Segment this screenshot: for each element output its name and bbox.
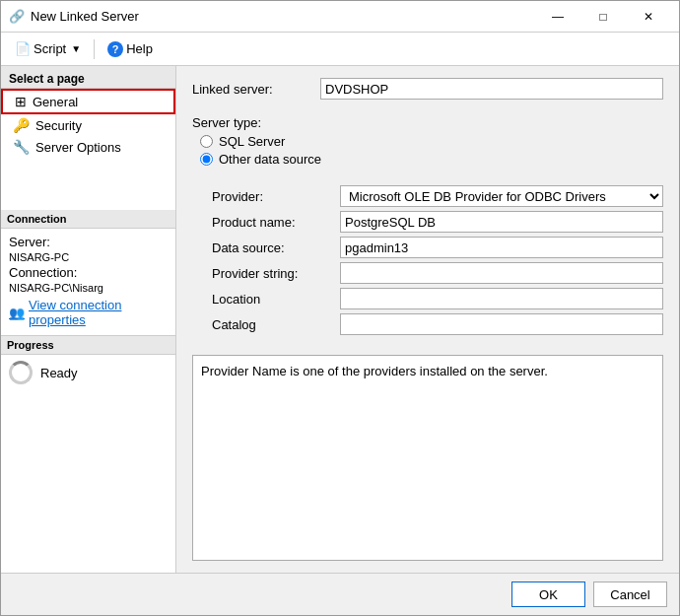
product-name-row: Product name: [212,211,663,233]
close-button[interactable]: ✕ [626,1,671,33]
window-icon: 🔗 [9,9,25,25]
server-type-section: Server type: SQL Server Other data sourc… [192,115,663,170]
progress-title: Progress [1,336,175,355]
connection-icon: 👥 [9,306,25,320]
info-text: Provider Name is one of the providers in… [201,364,548,378]
product-name-input[interactable] [340,211,663,233]
server-type-label: Server type: [192,115,663,130]
location-input[interactable] [340,288,663,309]
catalog-label: Catalog [212,317,340,332]
toolbar: 📄 Script ▼ ? Help [1,33,679,66]
provider-string-input[interactable] [340,262,663,284]
location-label: Location [212,292,340,307]
provider-row: Provider: Microsoft OLE DB Provider for … [212,185,663,207]
provider-select[interactable]: Microsoft OLE DB Provider for ODBC Drive… [340,185,663,207]
catalog-row: Catalog [212,313,663,335]
cancel-button[interactable]: Cancel [593,582,667,607]
general-icon: ⊞ [15,94,27,109]
data-source-input[interactable] [340,237,663,258]
linked-server-input[interactable] [320,78,663,100]
sidebar-item-server-options-label: Server Options [35,140,121,155]
connection-section-title: Connection [1,210,175,229]
provider-string-row: Provider string: [212,262,663,284]
provider-label: Provider: [212,189,340,204]
other-source-label: Other data source [219,152,321,167]
progress-section: Progress Ready [1,335,175,392]
content-area: Select a page ⊞ General 🔑 Security 🔧 Ser… [1,66,679,573]
new-linked-server-window: 🔗 New Linked Server — □ ✕ 📄 Script ▼ ? H… [0,0,680,616]
other-source-radio-row: Other data source [200,152,663,167]
provider-string-label: Provider string: [212,266,340,281]
window-title: New Linked Server [31,9,529,24]
script-icon: 📄 [15,41,31,56]
connection-value: NISARG-PC\Nisarg [9,282,168,294]
minimize-button[interactable]: — [535,1,580,33]
progress-spinner [9,361,33,384]
progress-row: Ready [9,361,168,384]
sql-server-label: SQL Server [219,134,285,149]
title-bar: 🔗 New Linked Server — □ ✕ [1,1,679,33]
view-connection-properties-link[interactable]: 👥 View connection properties [9,298,168,327]
sidebar-item-general-label: General [33,95,78,109]
server-options-icon: 🔧 [13,139,30,155]
other-source-radio[interactable] [200,153,213,166]
progress-status: Ready [40,366,78,380]
help-icon: ? [107,41,123,57]
sidebar: Select a page ⊞ General 🔑 Security 🔧 Ser… [1,66,176,573]
provider-section: Provider: Microsoft OLE DB Provider for … [212,185,663,339]
sql-server-radio[interactable] [200,135,213,148]
sql-server-radio-row: SQL Server [200,134,663,149]
script-dropdown-arrow: ▼ [71,43,81,54]
sidebar-item-security[interactable]: 🔑 Security [1,114,175,136]
title-bar-controls: — □ ✕ [535,1,671,33]
select-page-label: Select a page [1,66,175,89]
location-row: Location [212,288,663,309]
ok-button[interactable]: OK [511,582,585,607]
data-source-label: Data source: [212,240,340,255]
toolbar-separator [94,39,95,59]
catalog-input[interactable] [340,313,663,335]
product-name-label: Product name: [212,215,340,230]
sidebar-item-security-label: Security [35,118,82,133]
info-box: Provider Name is one of the providers in… [192,355,663,561]
linked-server-label: Linked server: [192,82,320,97]
maximize-button[interactable]: □ [580,1,626,33]
security-icon: 🔑 [13,117,30,133]
sidebar-item-server-options[interactable]: 🔧 Server Options [1,136,175,158]
linked-server-row: Linked server: [192,78,663,100]
script-button[interactable]: 📄 Script ▼ [9,38,87,59]
server-value: NISARG-PC [9,251,168,263]
footer: OK Cancel [1,573,679,615]
server-label: Server: [9,235,168,249]
connection-label: Connection: [9,265,168,280]
main-content: Linked server: Server type: SQL Server O… [176,66,679,573]
connection-section: Connection Server: NISARG-PC Connection:… [1,217,175,335]
sidebar-item-general[interactable]: ⊞ General [1,89,175,114]
data-source-row: Data source: [212,237,663,258]
help-button[interactable]: ? Help [102,38,159,60]
